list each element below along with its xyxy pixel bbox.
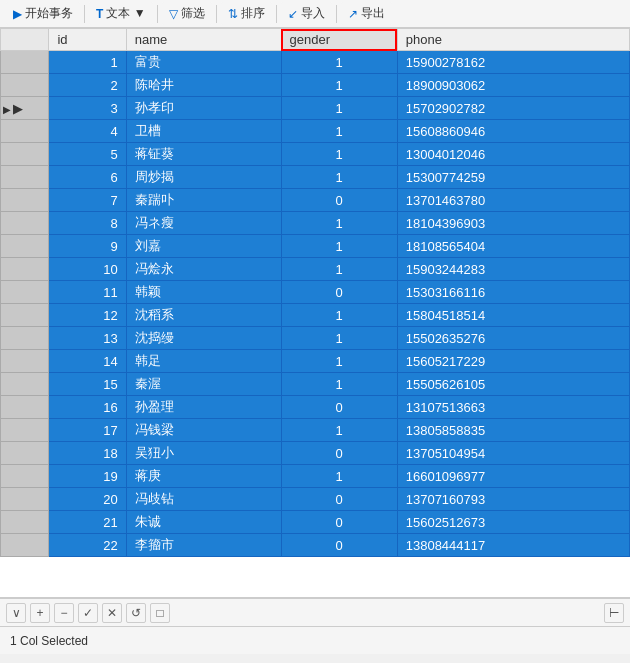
- cell-id: 17: [49, 419, 126, 442]
- cell-name: 蒋钲葵: [126, 143, 281, 166]
- row-marker: [1, 465, 49, 488]
- row-marker: [1, 74, 49, 97]
- cell-gender: 1: [281, 166, 397, 189]
- cell-id: 22: [49, 534, 126, 557]
- cell-phone: 15804518514: [397, 304, 629, 327]
- cell-phone: 13707160793: [397, 488, 629, 511]
- sort-label: 排序: [241, 5, 265, 22]
- row-marker: [1, 442, 49, 465]
- cell-phone: 13004012046: [397, 143, 629, 166]
- col-header-name[interactable]: name: [126, 29, 281, 51]
- cell-id: 13: [49, 327, 126, 350]
- col-header-id[interactable]: id: [49, 29, 126, 51]
- row-marker: [1, 534, 49, 557]
- filter-btn[interactable]: ▽ 筛选: [162, 2, 212, 25]
- row-marker: [1, 419, 49, 442]
- table-row[interactable]: ▶3孙孝印115702902782: [1, 97, 630, 120]
- table-row[interactable]: 17冯钱梁113805858835: [1, 419, 630, 442]
- col-header-gender[interactable]: gender: [281, 29, 397, 51]
- cell-phone: 13705104954: [397, 442, 629, 465]
- cell-phone: 15303166116: [397, 281, 629, 304]
- cell-phone: 15505626105: [397, 373, 629, 396]
- cell-phone: 16601096977: [397, 465, 629, 488]
- separator-5: [336, 5, 337, 23]
- row-marker: [1, 304, 49, 327]
- export-label: 导出: [361, 5, 385, 22]
- table-row[interactable]: 13沈捣缦115502635276: [1, 327, 630, 350]
- table-row[interactable]: 20冯歧钻013707160793: [1, 488, 630, 511]
- table-row[interactable]: 9刘嘉118108565404: [1, 235, 630, 258]
- table-row[interactable]: 6周炒揭115300774259: [1, 166, 630, 189]
- col-header-phone[interactable]: phone: [397, 29, 629, 51]
- confirm-btn[interactable]: ✓: [78, 603, 98, 623]
- row-marker: [1, 373, 49, 396]
- table-row[interactable]: 5蒋钲葵113004012046: [1, 143, 630, 166]
- table-row[interactable]: 4卫槽115608860946: [1, 120, 630, 143]
- table-row[interactable]: 8冯ネ瘦118104396903: [1, 212, 630, 235]
- table-row[interactable]: 14韩足115605217229: [1, 350, 630, 373]
- text-btn[interactable]: T 文本 ▼: [89, 2, 153, 25]
- export-btn[interactable]: ↗ 导出: [341, 2, 392, 25]
- row-marker: [1, 488, 49, 511]
- refresh-btn[interactable]: ↺: [126, 603, 146, 623]
- table-row[interactable]: 7秦踹卟013701463780: [1, 189, 630, 212]
- cell-gender: 1: [281, 235, 397, 258]
- cell-id: 16: [49, 396, 126, 419]
- cell-id: 14: [49, 350, 126, 373]
- table-row[interactable]: 18吴狃小013705104954: [1, 442, 630, 465]
- cell-id: 12: [49, 304, 126, 327]
- cell-phone: 15608860946: [397, 120, 629, 143]
- cell-id: 7: [49, 189, 126, 212]
- cell-phone: 15605217229: [397, 350, 629, 373]
- cell-phone: 15900278162: [397, 51, 629, 74]
- cell-gender: 1: [281, 120, 397, 143]
- table-row[interactable]: 16孙盈理013107513663: [1, 396, 630, 419]
- status-bar: 1 Col Selected: [0, 626, 630, 654]
- begin-transaction-btn[interactable]: ▶ 开始事务: [6, 2, 80, 25]
- table-row[interactable]: 15秦渥115505626105: [1, 373, 630, 396]
- cell-gender: 1: [281, 327, 397, 350]
- cell-id: 20: [49, 488, 126, 511]
- filter-icon: ▽: [169, 7, 178, 21]
- cell-gender: 1: [281, 373, 397, 396]
- scroll-down-btn[interactable]: ∨: [6, 603, 26, 623]
- table-row[interactable]: 19蒋庚116601096977: [1, 465, 630, 488]
- table-row[interactable]: 10冯烩永115903244283: [1, 258, 630, 281]
- cell-gender: 0: [281, 281, 397, 304]
- cell-id: 4: [49, 120, 126, 143]
- table-row[interactable]: 11韩颖015303166116: [1, 281, 630, 304]
- table-row[interactable]: 21朱诚015602512673: [1, 511, 630, 534]
- table-row[interactable]: 1富贵115900278162: [1, 51, 630, 74]
- cell-gender: 0: [281, 488, 397, 511]
- row-marker: [1, 396, 49, 419]
- cancel-btn[interactable]: ✕: [102, 603, 122, 623]
- add-row-btn[interactable]: +: [30, 603, 50, 623]
- cell-gender: 0: [281, 396, 397, 419]
- cell-gender: 1: [281, 97, 397, 120]
- table-row[interactable]: 2陈哈井118900903062: [1, 74, 630, 97]
- sort-btn[interactable]: ⇅ 排序: [221, 2, 272, 25]
- cell-id: 5: [49, 143, 126, 166]
- table-row[interactable]: 22李籀市013808444117: [1, 534, 630, 557]
- table-body: 1富贵1159002781622陈哈井118900903062▶3孙孝印1157…: [1, 51, 630, 557]
- sort-icon: ⇅: [228, 7, 238, 21]
- toolbar: ▶ 开始事务 T 文本 ▼ ▽ 筛选 ⇅ 排序 ↙ 导入 ↗ 导出: [0, 0, 630, 28]
- cell-id: 15: [49, 373, 126, 396]
- cell-name: 秦渥: [126, 373, 281, 396]
- text-label: 文本 ▼: [106, 5, 145, 22]
- cell-name: 陈哈井: [126, 74, 281, 97]
- row-marker: [1, 120, 49, 143]
- cell-gender: 0: [281, 534, 397, 557]
- table-row[interactable]: 12沈稻系115804518514: [1, 304, 630, 327]
- remove-row-btn[interactable]: −: [54, 603, 74, 623]
- import-btn[interactable]: ↙ 导入: [281, 2, 332, 25]
- begin-transaction-label: 开始事务: [25, 5, 73, 22]
- cell-id: 11: [49, 281, 126, 304]
- cell-name: 沈捣缦: [126, 327, 281, 350]
- cell-name: 蒋庚: [126, 465, 281, 488]
- nav-right-btn[interactable]: ⊢: [604, 603, 624, 623]
- import-icon: ↙: [288, 7, 298, 21]
- import-label: 导入: [301, 5, 325, 22]
- row-marker: [1, 51, 49, 74]
- stop-btn[interactable]: □: [150, 603, 170, 623]
